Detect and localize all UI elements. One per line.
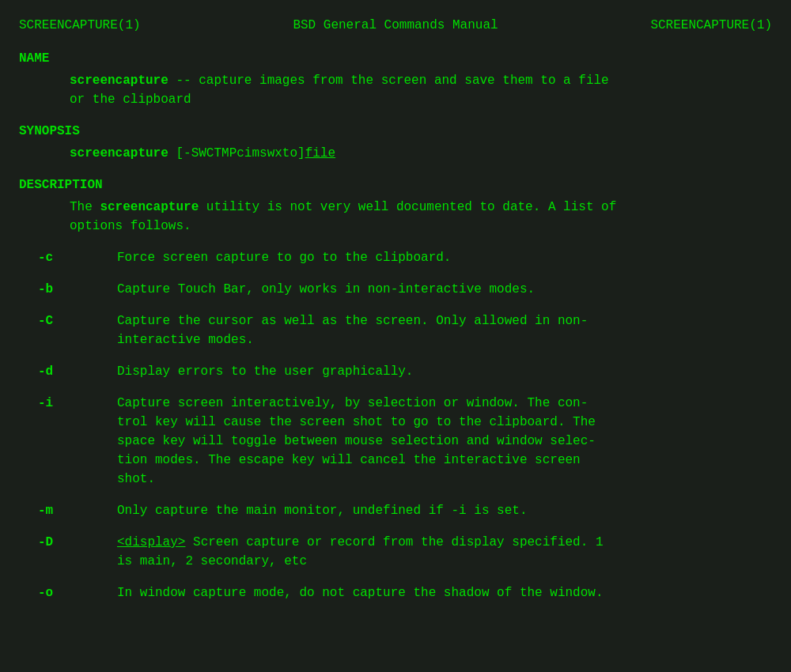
synopsis-command: screencapture	[70, 146, 168, 160]
option-m: -m Only capture the main monitor, undefi…	[38, 501, 772, 520]
option-o: -o In window capture mode, do not captur…	[38, 583, 772, 602]
synopsis-flags: [-SWCTMPcimswxto]	[168, 146, 305, 160]
man-page-header: SCREENCAPTURE(1) BSD General Commands Ma…	[19, 16, 772, 35]
synopsis-file: file	[305, 146, 335, 160]
description-heading: DESCRIPTION	[19, 176, 772, 194]
flag-c: -c	[38, 248, 117, 267]
desc-d: Display errors to the user graphically.	[117, 362, 772, 381]
display-link: <display>	[117, 535, 185, 549]
desc-m: Only capture the main monitor, undefined…	[117, 501, 772, 520]
desc-C: Capture the cursor as well as the screen…	[117, 311, 772, 349]
name-section: NAME screencapture -- capture images fro…	[19, 49, 772, 109]
flag-d: -d	[38, 362, 117, 381]
flag-C: -C	[38, 311, 117, 349]
header-left: SCREENCAPTURE(1)	[19, 16, 141, 35]
option-C: -C Capture the cursor as well as the scr…	[38, 311, 772, 349]
option-c: -c Force screen capture to go to the cli…	[38, 248, 772, 267]
description-intro: The screencapture utility is not very we…	[19, 198, 772, 236]
desc-D: <display> Screen capture or record from …	[117, 533, 772, 571]
name-heading: NAME	[19, 49, 772, 68]
synopsis-content: screencapture [-SWCTMPcimswxto]file	[19, 144, 772, 163]
synopsis-section: SYNOPSIS screencapture [-SWCTMPcimswxto]…	[19, 122, 772, 163]
option-D: -D <display> Screen capture or record fr…	[38, 533, 772, 571]
synopsis-heading: SYNOPSIS	[19, 122, 772, 141]
name-command: screencapture	[70, 74, 168, 88]
name-description: screencapture -- capture images from the…	[19, 71, 772, 109]
desc-o: In window capture mode, do not capture t…	[117, 583, 772, 602]
header-center: BSD General Commands Manual	[293, 16, 498, 35]
options-list: -c Force screen capture to go to the cli…	[19, 248, 772, 602]
flag-m: -m	[38, 501, 117, 520]
description-intro-text: The	[70, 200, 100, 214]
flag-D: -D	[38, 533, 117, 571]
desc-b: Capture Touch Bar, only works in non-int…	[117, 280, 772, 299]
header-right: SCREENCAPTURE(1)	[650, 16, 772, 35]
description-section: DESCRIPTION The screencapture utility is…	[19, 176, 772, 602]
desc-c: Force screen capture to go to the clipbo…	[117, 248, 772, 267]
desc-i: Capture screen interactively, by selecti…	[117, 394, 772, 489]
description-intro-bold: screencapture	[100, 200, 199, 214]
option-d: -d Display errors to the user graphicall…	[38, 362, 772, 381]
flag-o: -o	[38, 583, 117, 602]
flag-i: -i	[38, 394, 117, 489]
option-i: -i Capture screen interactively, by sele…	[38, 394, 772, 489]
flag-b: -b	[38, 280, 117, 299]
option-b: -b Capture Touch Bar, only works in non-…	[38, 280, 772, 299]
